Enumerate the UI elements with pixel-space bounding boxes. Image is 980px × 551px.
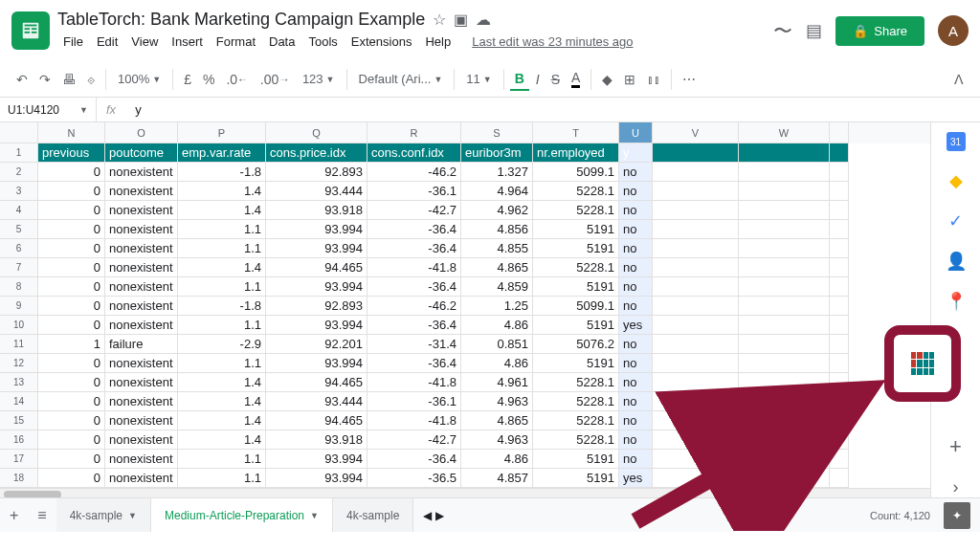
data-cell[interactable]: -41.8 [368,411,461,430]
data-cell[interactable]: 5191 [533,277,619,297]
data-cell[interactable]: 93.918 [266,430,368,450]
data-cell[interactable] [830,392,849,411]
data-cell[interactable] [739,335,830,354]
data-cell[interactable]: -1.8 [178,297,266,316]
row-header[interactable]: 4 [0,201,38,220]
data-cell[interactable]: -36.4 [368,450,461,469]
data-cell[interactable]: nonexistent [105,392,178,411]
row-header[interactable]: 6 [0,239,38,258]
row-header[interactable]: 10 [0,316,38,335]
data-cell[interactable]: no [619,182,653,201]
tabletorch-addon-icon[interactable] [911,352,934,375]
data-cell[interactable]: 0 [38,392,105,411]
data-cell[interactable]: no [619,258,653,277]
fill-color-button[interactable]: ◆ [597,69,617,90]
data-cell[interactable]: -36.1 [368,182,461,201]
row-header[interactable]: 7 [0,258,38,277]
tab-4k-sample-2[interactable]: 4k-sample [333,498,413,532]
data-cell[interactable]: -46.2 [368,297,461,316]
data-cell[interactable]: no [619,220,653,239]
data-cell[interactable] [830,201,849,220]
scroll-tabs-left[interactable]: ◀ [423,509,432,522]
paint-format-button[interactable]: ⟐ [82,69,100,90]
row-header[interactable]: 17 [0,450,38,469]
data-cell[interactable]: nonexistent [105,277,178,297]
column-header-V[interactable]: V [653,122,739,143]
data-cell[interactable]: 93.994 [266,239,368,258]
data-cell[interactable] [739,258,830,277]
number-format-select[interactable]: 123▼ [297,69,341,89]
star-icon[interactable]: ☆ [433,11,446,29]
data-cell[interactable]: no [619,373,653,392]
currency-button[interactable]: £ [179,69,196,90]
data-cell[interactable]: no [619,201,653,220]
data-cell[interactable]: 0 [38,258,105,277]
data-cell[interactable]: 1.4 [178,258,266,277]
data-cell[interactable] [739,354,830,373]
data-cell[interactable]: 5191 [533,354,619,373]
data-cell[interactable]: 5228.1 [533,411,619,430]
strike-button[interactable]: S [546,69,565,90]
data-cell[interactable]: 4.86 [461,354,533,373]
data-cell[interactable]: 93.994 [266,277,368,297]
data-cell[interactable]: 4.962 [461,201,533,220]
data-cell[interactable]: no [619,277,653,297]
data-cell[interactable]: 1.1 [178,354,266,373]
data-cell[interactable]: 5191 [533,239,619,258]
data-cell[interactable]: no [619,430,653,450]
borders-button[interactable]: ⊞ [619,69,640,90]
data-cell[interactable]: 5228.1 [533,201,619,220]
data-cell[interactable]: nonexistent [105,354,178,373]
data-cell[interactable] [739,220,830,239]
data-cell[interactable]: 93.444 [266,392,368,411]
data-cell[interactable] [653,163,739,182]
data-cell[interactable] [653,201,739,220]
undo-button[interactable]: ↶ [11,69,33,90]
data-cell[interactable]: nonexistent [105,182,178,201]
data-cell[interactable]: 5191 [533,316,619,335]
row-header[interactable]: 3 [0,182,38,201]
data-cell[interactable]: 93.444 [266,182,368,201]
add-sheet-button[interactable]: + [0,507,28,524]
data-cell[interactable] [830,335,849,354]
menu-data[interactable]: Data [263,32,301,52]
data-cell[interactable]: 0 [38,163,105,182]
data-cell[interactable]: no [619,450,653,469]
data-cell[interactable]: 0 [38,411,105,430]
data-cell[interactable] [830,258,849,277]
data-cell[interactable] [653,392,739,411]
data-cell[interactable]: 0 [38,239,105,258]
data-cell[interactable]: 0 [38,354,105,373]
data-cell[interactable]: 5191 [533,450,619,469]
data-cell[interactable]: 5099.1 [533,297,619,316]
data-cell[interactable] [653,373,739,392]
data-cell[interactable]: nonexistent [105,450,178,469]
data-cell[interactable]: -41.8 [368,373,461,392]
row-header[interactable]: 9 [0,297,38,316]
last-edit-link[interactable]: Last edit was 23 minutes ago [466,32,638,52]
data-cell[interactable]: -36.4 [368,220,461,239]
data-cell[interactable]: 94.465 [266,258,368,277]
select-all-corner[interactable] [0,122,38,143]
zoom-select[interactable]: 100%▼ [112,69,167,89]
data-cell[interactable]: 1.4 [178,411,266,430]
data-cell[interactable]: 5228.1 [533,258,619,277]
data-cell[interactable]: 5228.1 [533,430,619,450]
data-cell[interactable]: 4.859 [461,277,533,297]
data-cell[interactable] [739,297,830,316]
document-title[interactable]: TableTorch: Bank Marketing Campaign Exam… [57,10,425,30]
row-header[interactable]: 8 [0,277,38,297]
data-cell[interactable]: 0 [38,450,105,469]
data-cell[interactable] [653,335,739,354]
data-cell[interactable]: 4.963 [461,392,533,411]
scroll-tabs-right[interactable]: ▶ [435,509,444,522]
data-cell[interactable]: no [619,163,653,182]
data-cell[interactable]: -36.4 [368,277,461,297]
data-cell[interactable]: 0 [38,297,105,316]
data-cell[interactable]: nonexistent [105,469,178,488]
data-cell[interactable]: no [619,411,653,430]
data-cell[interactable] [830,297,849,316]
status-count[interactable]: Count: 4,120 [857,510,944,521]
more-button[interactable]: ⋯ [678,69,701,90]
data-cell[interactable]: 4.961 [461,373,533,392]
